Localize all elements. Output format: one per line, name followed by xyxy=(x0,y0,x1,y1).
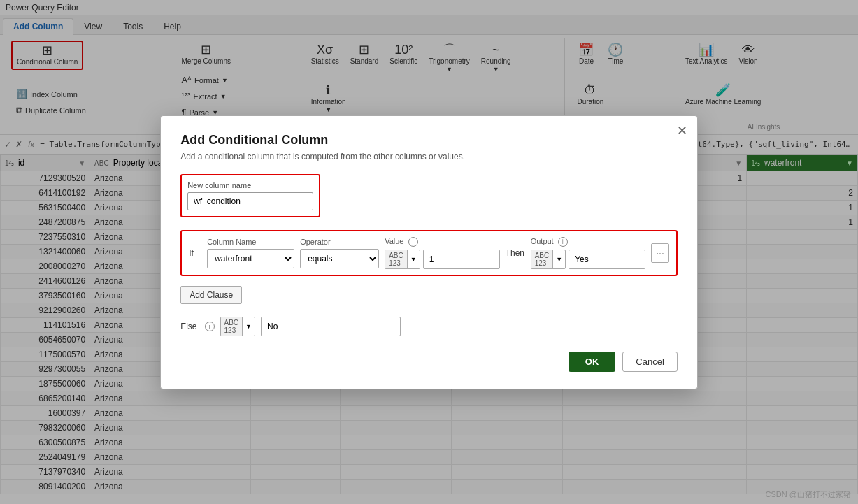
watermark: CSDN @山猪打不过家猪 xyxy=(766,489,851,500)
value-info-icon[interactable]: i xyxy=(408,237,418,247)
add-clause-button[interactable]: Add Clause xyxy=(180,286,242,304)
operator-select[interactable]: equals does not equal is greater than is… xyxy=(300,249,379,268)
value-type-prefix[interactable]: ABC123 ▼ xyxy=(385,250,420,269)
cancel-button[interactable]: Cancel xyxy=(622,352,677,372)
modal-overlay: ✕ Add Conditional Column Add a condition… xyxy=(0,0,858,504)
output-section: Output i ABC123 ▼ xyxy=(531,237,645,269)
else-row: Else i ABC123 ▼ xyxy=(180,317,678,336)
modal-title: Add Conditional Column xyxy=(180,133,678,147)
ok-button[interactable]: OK xyxy=(569,352,616,372)
value-field-label: Value i xyxy=(385,237,499,247)
modal-footer: OK Cancel xyxy=(180,352,678,372)
operator-section: Operator equals does not equal is greate… xyxy=(300,238,379,268)
else-value-input[interactable] xyxy=(261,317,401,336)
operator-field-label: Operator xyxy=(300,238,379,246)
column-name-select[interactable]: waterfront id Property location price be… xyxy=(207,249,294,268)
output-type-badge: ABC123 xyxy=(531,250,554,268)
output-type-prefix[interactable]: ABC123 ▼ xyxy=(531,250,566,269)
else-section: Else i ABC123 ▼ xyxy=(180,317,678,336)
else-info-icon[interactable]: i xyxy=(205,322,215,331)
modal-description: Add a conditional column that is compute… xyxy=(180,152,678,161)
value-type-badge: ABC123 xyxy=(385,250,408,268)
new-column-name-label: New column name xyxy=(187,181,313,189)
row-options-button[interactable]: ··· xyxy=(651,243,669,263)
value-section: Value i ABC123 ▼ xyxy=(385,237,499,269)
if-label: If xyxy=(189,248,201,258)
else-type-prefix[interactable]: ABC123 ▼ xyxy=(220,317,255,336)
output-input[interactable] xyxy=(569,250,645,269)
output-info-icon[interactable]: i xyxy=(558,237,568,247)
then-label: Then xyxy=(506,248,525,258)
new-column-name-input[interactable] xyxy=(187,192,313,210)
condition-row: If Column Name waterfront id Property lo… xyxy=(180,230,678,276)
modal-close-button[interactable]: ✕ xyxy=(677,123,687,138)
add-conditional-column-modal: ✕ Add Conditional Column Add a condition… xyxy=(160,115,698,389)
value-input[interactable] xyxy=(423,250,500,269)
output-field-label: Output i xyxy=(531,237,645,247)
else-label: Else xyxy=(180,322,196,331)
column-name-field-label: Column Name xyxy=(207,238,294,246)
column-name-section: Column Name waterfront id Property locat… xyxy=(207,238,294,268)
new-column-name-box: New column name xyxy=(180,174,320,217)
else-type-badge: ABC123 xyxy=(221,317,243,336)
